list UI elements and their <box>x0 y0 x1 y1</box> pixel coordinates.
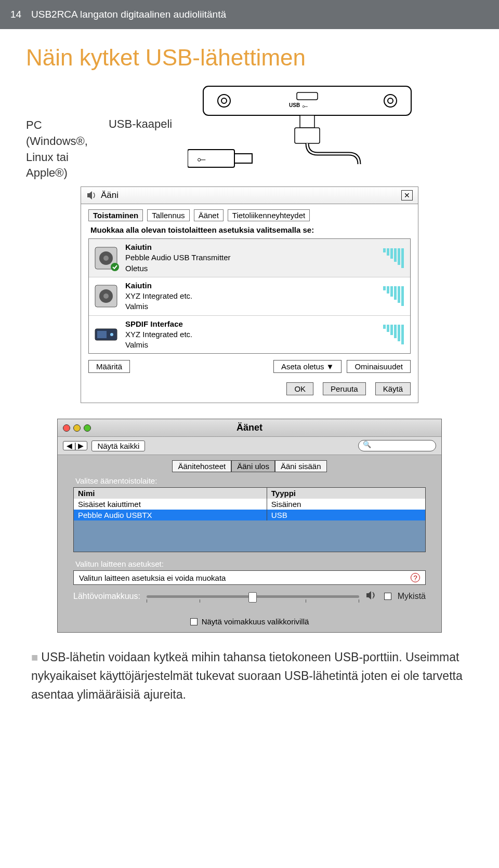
back-forward-icon[interactable]: ◀ | ▶ <box>63 441 87 450</box>
svg-rect-11 <box>234 154 252 163</box>
search-input[interactable]: 🔍 <box>358 440 436 451</box>
choose-output-label: Valitse äänentoistolaite: <box>75 476 426 485</box>
col-name: Nimi <box>74 488 267 499</box>
tab-sounds[interactable]: Äänet <box>194 209 224 221</box>
spdif-icon <box>93 322 119 348</box>
device-row[interactable]: Kaiutin XYZ Integrated etc. Valmis <box>89 277 410 316</box>
show-volume-menubar-label: Näytä voimakkuus valikkorivillä <box>202 617 309 626</box>
ok-button[interactable]: OK <box>286 382 313 395</box>
level-meter-icon <box>383 248 404 268</box>
table-row[interactable]: Pebble Audio USBTX USB <box>74 510 425 520</box>
tab-playback[interactable]: Toistaminen <box>88 209 143 221</box>
svg-text:⟜: ⟜ <box>197 154 206 164</box>
show-volume-menubar-checkbox[interactable] <box>190 618 198 625</box>
tab-input[interactable]: Ääni sisään <box>275 460 327 472</box>
tab-output[interactable]: Ääni ulos <box>231 460 275 472</box>
properties-button[interactable]: Ominaisuudet <box>347 360 411 373</box>
selected-device-settings-label: Valitun laitteen asetukset: <box>75 559 426 568</box>
output-volume-label: Lähtövoimakkuus: <box>73 592 140 601</box>
table-row[interactable]: Sisäiset kaiuttimet Sisäinen <box>74 499 425 510</box>
header-title: USB2RCA langaton digitaalinen audioliitä… <box>31 9 226 20</box>
win-dialog-title: Ääni <box>101 190 119 201</box>
tab-recording[interactable]: Tallennus <box>147 209 189 221</box>
mute-label: Mykistä <box>398 592 426 601</box>
page-header: 14 USB2RCA langaton digitaalinen audioli… <box>0 0 499 29</box>
cancel-button[interactable]: Peruuta <box>323 382 366 395</box>
connection-diagram: PC (Windows®, Linux tai Apple®) USB-kaap… <box>26 81 473 181</box>
svg-rect-10 <box>188 150 234 167</box>
page-number: 14 <box>10 9 31 20</box>
device-list: Kaiutin Pebble Audio USB Transmitter Ole… <box>88 238 411 354</box>
page-heading: Näin kytket USB-lähettimen <box>26 45 478 71</box>
col-type: Tyyppi <box>267 488 425 499</box>
tab-sound-effects[interactable]: Äänitehosteet <box>172 460 231 472</box>
svg-text:USB: USB <box>289 102 300 108</box>
svg-rect-8 <box>300 115 314 128</box>
speaker-icon <box>86 191 97 200</box>
level-meter-icon <box>383 286 404 306</box>
speaker-icon <box>365 590 378 603</box>
volume-slider[interactable] <box>147 595 359 598</box>
svg-rect-5 <box>297 92 318 100</box>
chevron-down-icon: ▼ <box>326 362 334 371</box>
bullet-icon: ■ <box>31 651 38 664</box>
configure-button[interactable]: Määritä <box>88 360 130 373</box>
svg-point-3 <box>384 95 397 107</box>
mac-tabs: Äänitehosteet Ääni ulos Ääni sisään <box>73 460 426 472</box>
settings-text: Valitun laitteen asetuksia ei voida muok… <box>79 573 226 582</box>
svg-rect-0 <box>203 86 411 115</box>
tab-communications[interactable]: Tietoliikenneyhteydet <box>228 209 310 221</box>
mac-dialog-title: Äänet <box>91 422 408 433</box>
svg-rect-21 <box>97 331 107 338</box>
svg-point-19 <box>103 293 109 299</box>
mac-sound-dialog: Äänet ◀ | ▶ Näytä kaikki 🔍 Äänitehosteet… <box>57 419 442 633</box>
level-meter-icon <box>383 325 404 344</box>
mute-checkbox[interactable] <box>384 593 391 600</box>
close-icon[interactable]: ✕ <box>401 190 413 201</box>
output-device-table: Nimi Tyyppi Sisäiset kaiuttimet Sisäinen… <box>73 487 426 552</box>
usb-port-diagram: USB ⟜ ⟜ <box>188 81 422 169</box>
apply-button[interactable]: Käytä <box>375 382 411 395</box>
window-controls[interactable] <box>63 424 91 432</box>
svg-point-15 <box>103 256 109 261</box>
pc-label: PC (Windows®, Linux tai Apple®) <box>26 117 88 181</box>
set-default-button[interactable]: Aseta oletus▼ <box>273 360 342 373</box>
speaker-icon <box>93 245 119 271</box>
device-row[interactable]: SPDIF Interface XYZ Integrated etc. Valm… <box>89 316 410 354</box>
show-all-button[interactable]: Näytä kaikki <box>91 440 145 451</box>
device-row[interactable]: Kaiutin Pebble Audio USB Transmitter Ole… <box>89 239 410 277</box>
usb-cable-label: USB-kaapeli <box>109 117 172 131</box>
close-icon <box>63 424 70 432</box>
svg-text:⟜: ⟜ <box>302 102 308 110</box>
body-paragraph: ■USB-lähetin voidaan kytkeä mihin tahans… <box>31 648 468 704</box>
svg-rect-9 <box>295 128 320 143</box>
windows-sound-dialog: Ääni ✕ Toistaminen Tallennus Äänet Tieto… <box>81 186 418 403</box>
win-instruction: Muokkaa alla olevan toistolaitteen asetu… <box>90 225 409 234</box>
svg-point-22 <box>110 333 113 336</box>
svg-point-1 <box>218 95 230 107</box>
help-icon[interactable]: ? <box>411 573 420 582</box>
zoom-icon <box>84 424 91 432</box>
svg-point-16 <box>111 263 119 271</box>
minimize-icon <box>73 424 81 432</box>
speaker-icon <box>93 283 119 309</box>
win-tabs: Toistaminen Tallennus Äänet Tietoliikenn… <box>88 209 411 221</box>
